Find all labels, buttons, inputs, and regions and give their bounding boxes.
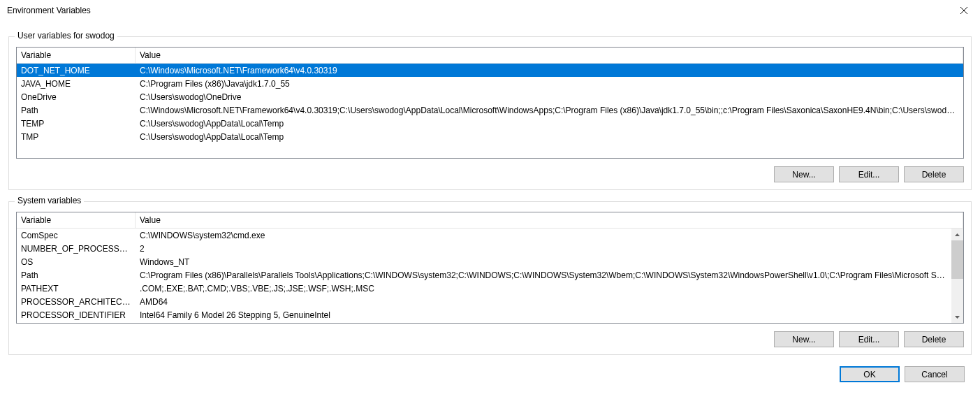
cell-value: C:\Program Files (x86)\Java\jdk1.7.0_55 bbox=[136, 78, 963, 90]
cell-variable: Path bbox=[17, 104, 136, 117]
cell-value: C:\Users\swodog\OneDrive bbox=[136, 91, 963, 103]
cell-variable: PROCESSOR_IDENTIFIER bbox=[17, 309, 136, 321]
user-variables-label: User variables for swodog bbox=[15, 31, 117, 41]
column-header-value[interactable]: Value bbox=[136, 48, 963, 63]
column-header-value[interactable]: Value bbox=[136, 212, 963, 228]
close-icon[interactable] bbox=[948, 0, 980, 21]
table-row[interactable]: OSWindows_NT bbox=[17, 255, 951, 268]
cell-variable: OS bbox=[17, 256, 136, 268]
cell-variable: PATHEXT bbox=[17, 282, 136, 295]
system-edit-button[interactable]: Edit... bbox=[839, 331, 899, 347]
ok-button[interactable]: OK bbox=[840, 366, 900, 382]
scroll-down-icon[interactable] bbox=[951, 311, 963, 323]
titlebar: Environment Variables bbox=[0, 0, 980, 21]
cell-variable: ComSpec bbox=[17, 229, 136, 242]
cell-variable: TMP bbox=[17, 131, 136, 143]
cell-variable: PROCESSOR_ARCHITECTURE bbox=[17, 296, 136, 308]
cell-value: 2 bbox=[136, 242, 951, 255]
cell-variable: Path bbox=[17, 269, 136, 282]
table-row[interactable]: JAVA_HOMEC:\Program Files (x86)\Java\jdk… bbox=[17, 77, 963, 90]
table-row[interactable]: PathC:\Program Files (x86)\Parallels\Par… bbox=[17, 268, 951, 282]
cancel-button[interactable]: Cancel bbox=[905, 366, 965, 382]
table-row[interactable]: PROCESSOR_IDENTIFIERIntel64 Family 6 Mod… bbox=[17, 308, 951, 321]
cell-value: C:\Users\swodog\AppData\Local\Temp bbox=[136, 117, 963, 130]
system-delete-button[interactable]: Delete bbox=[904, 331, 964, 347]
user-edit-button[interactable]: Edit... bbox=[839, 166, 899, 182]
scroll-thumb[interactable] bbox=[951, 240, 963, 279]
table-row[interactable]: PROCESSOR_ARCHITECTUREAMD64 bbox=[17, 295, 951, 308]
table-row[interactable]: ComSpecC:\WINDOWS\system32\cmd.exe bbox=[17, 229, 951, 242]
user-variables-group: User variables for swodog Variable Value… bbox=[8, 36, 972, 190]
table-row[interactable]: PathC:\Windows\Microsoft.NET\Framework64… bbox=[17, 103, 963, 117]
cell-variable: JAVA_HOME bbox=[17, 78, 136, 90]
cell-variable: TEMP bbox=[17, 117, 136, 130]
system-new-button[interactable]: New... bbox=[774, 331, 834, 347]
table-row[interactable]: PATHEXT.COM;.EXE;.BAT;.CMD;.VBS;.VBE;.JS… bbox=[17, 282, 951, 295]
cell-value: C:\Windows\Microsoft.NET\Framework64\v4.… bbox=[136, 64, 963, 77]
user-variables-list[interactable]: Variable Value DOT_NET_HOMEC:\Windows\Mi… bbox=[16, 47, 964, 159]
cell-value: C:\Windows\Microsoft.NET\Framework64\v4.… bbox=[136, 104, 963, 117]
table-row[interactable]: TEMPC:\Users\swodog\AppData\Local\Temp bbox=[17, 117, 963, 130]
window-title: Environment Variables bbox=[7, 6, 91, 15]
cell-variable: NUMBER_OF_PROCESSORS bbox=[17, 242, 136, 255]
cell-value: C:\WINDOWS\system32\cmd.exe bbox=[136, 229, 951, 242]
table-row[interactable]: NUMBER_OF_PROCESSORS2 bbox=[17, 242, 951, 255]
table-row[interactable]: DOT_NET_HOMEC:\Windows\Microsoft.NET\Fra… bbox=[17, 64, 963, 77]
system-variables-list[interactable]: Variable Value ComSpecC:\WINDOWS\system3… bbox=[16, 212, 964, 324]
system-button-row: New... Edit... Delete bbox=[16, 331, 964, 347]
cell-variable: OneDrive bbox=[17, 91, 136, 103]
column-header-variable[interactable]: Variable bbox=[17, 212, 136, 228]
list-header: Variable Value bbox=[17, 48, 963, 64]
cell-value: C:\Users\swodog\AppData\Local\Temp bbox=[136, 131, 963, 143]
system-rows: ComSpecC:\WINDOWS\system32\cmd.exeNUMBER… bbox=[17, 229, 951, 321]
cell-variable: DOT_NET_HOME bbox=[17, 64, 136, 77]
user-new-button[interactable]: New... bbox=[774, 166, 834, 182]
user-delete-button[interactable]: Delete bbox=[904, 166, 964, 182]
cell-value: AMD64 bbox=[136, 296, 951, 308]
scroll-track[interactable] bbox=[951, 279, 963, 311]
user-rows: DOT_NET_HOMEC:\Windows\Microsoft.NET\Fra… bbox=[17, 64, 963, 143]
dialog-content: User variables for swodog Variable Value… bbox=[0, 21, 980, 391]
column-header-variable[interactable]: Variable bbox=[17, 48, 136, 63]
table-row[interactable]: TMPC:\Users\swodog\AppData\Local\Temp bbox=[17, 130, 963, 143]
user-button-row: New... Edit... Delete bbox=[16, 166, 964, 182]
cell-value: C:\Program Files (x86)\Parallels\Paralle… bbox=[136, 269, 951, 282]
table-row[interactable]: OneDriveC:\Users\swodog\OneDrive bbox=[17, 90, 963, 103]
cell-value: Intel64 Family 6 Model 26 Stepping 5, Ge… bbox=[136, 309, 951, 321]
scrollbar[interactable] bbox=[951, 229, 963, 323]
system-variables-group: System variables Variable Value ComSpecC… bbox=[8, 201, 972, 355]
system-variables-label: System variables bbox=[15, 196, 84, 205]
list-header: Variable Value bbox=[17, 212, 963, 229]
dialog-button-row: OK Cancel bbox=[8, 366, 972, 382]
cell-value: .COM;.EXE;.BAT;.CMD;.VBS;.VBE;.JS;.JSE;.… bbox=[136, 282, 951, 295]
cell-value: Windows_NT bbox=[136, 256, 951, 268]
scroll-up-icon[interactable] bbox=[951, 229, 963, 240]
